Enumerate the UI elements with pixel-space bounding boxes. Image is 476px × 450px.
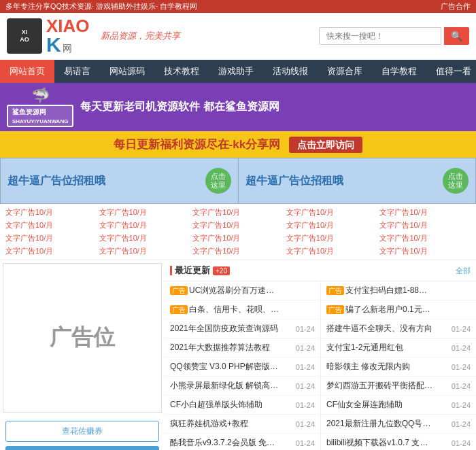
list-item-title[interactable]: CF仙女全屏连跑辅助 [326,399,403,411]
banner-shark[interactable]: 🦈 鲨鱼资源网SHAYUYIYUANWANG 每天更新老司机资源软件 都在鲨鱼资… [0,83,476,131]
list-item: CF小白超强单版头饰辅助01-24 [165,396,320,415]
list-item: 广告支付宝扫码白嫖1-88元红包 [320,281,476,300]
nav-item-worth-reading[interactable]: 值得一看 [426,60,476,83]
section-count: +20 [213,266,230,275]
text-ad-link[interactable]: 文字广告10/月 [379,220,471,231]
text-ad-link[interactable]: 文字广告10/月 [99,207,190,218]
list-item-title[interactable]: QQ领赞宝 V3.0 PHP解密版源码 [170,361,279,373]
nav-item-self-learning[interactable]: 自学教程 [372,60,426,83]
top-bar: 多年专注分享QQ技术资源· 游戏辅助外挂娱乐· 自学教程网 广告合作 [0,0,476,13]
text-ad-link[interactable]: 文字广告10/月 [286,232,377,244]
top-bar-right[interactable]: 广告合作 [441,1,471,12]
list-item-title[interactable]: 2021最新注册九位数QQ号教程 [326,418,435,430]
logo-icon: XIAO [7,18,42,54]
ad-position-label: 广告位 [50,323,115,353]
text-ad-link[interactable]: 文字广告10/月 [192,220,284,231]
top-bar-left: 多年专注分享QQ技术资源· 游戏辅助外挂娱乐· 自学教程网 [5,1,197,12]
list-item: 暗影领主 修改无限内购01-24 [320,358,476,377]
text-ad-link[interactable]: 文字广告10/月 [5,245,97,257]
list-item-title[interactable]: 2021年大数据推荐算法教程 [170,342,270,353]
text-ad-link[interactable]: 文字广告10/月 [286,220,377,231]
list-item-title[interactable]: CF小白超强单版头饰辅助 [170,399,262,411]
list-item-title[interactable]: 疯狂养娃机游戏+教程 [170,418,248,430]
list-item-title[interactable]: 酷我音乐v9.3.7.2会员版 免费下载音乐 [170,437,279,449]
list-item-title[interactable]: 暗影领主 修改无限内购 [326,361,410,373]
kk-banner-text: 每日更新福利资源尽在-kk分享网 [114,138,281,151]
text-ad-link[interactable]: 文字广告10/月 [192,245,284,257]
text-ad-link[interactable]: 文字广告10/月 [5,220,97,231]
list-container: 广告UC浏览器刷分百万速度上车广告支付宝扫码白嫖1-88元红包广告白条、信用卡、… [165,281,476,450]
text-ad-link[interactable]: 文字广告10/月 [99,245,190,257]
ad-banner-left[interactable]: 超牛逼广告位招租哦 点击这里 [0,158,238,204]
text-ad-link[interactable]: 文字广告10/月 [192,207,284,218]
logo-k: K [46,35,61,55]
join-qq-button[interactable]: 加入QQ群 [5,446,159,450]
ad-banner-right-text: 超牛逼广告位招租哦 [245,174,343,188]
text-ad-link[interactable]: 文字广告10/月 [99,232,190,244]
list-item: 小熊录屏最新绿化版 解锁高级会员01-24 [165,377,320,396]
ad-banners: 超牛逼广告位招租哦 点击这里 超牛逼广告位招租哦 点击这里 [0,158,476,204]
list-item-title[interactable]: 梦幻西游五开搬砖平衡搭配分享 [326,380,435,392]
shark-banner-text: 每天更新老司机资源软件 都在鲨鱼资源网 [80,100,279,114]
list-item-date: 01-24 [452,420,471,428]
logo-xiao: XIAO [46,17,90,35]
left-sidebar: 广告位 查花佐赚券 加入QQ群 [0,260,165,450]
section-title: 最近更新 +20 [170,264,230,277]
text-ad-link[interactable]: 文字广告10/月 [379,207,471,218]
main-content: 广告位 查花佐赚券 加入QQ群 最近更新 +20 全部 广告UC浏览器刷分百万速… [0,260,476,450]
section-all-link[interactable]: 全部 [456,266,471,276]
kk-visit-button[interactable]: 点击立即访问 [289,137,362,153]
list-item-date: 01-24 [296,382,315,390]
list-item: 广告白条、信用卡、花呗、分期乐套现 [165,300,320,319]
list-item-title[interactable]: 小熊录屏最新绿化版 解锁高级会员 [170,380,279,392]
text-ad-link[interactable]: 文字广告10/月 [5,232,97,244]
search-button[interactable]: 🔍 [444,27,469,45]
ad-banner-left-btn[interactable]: 点击这里 [205,168,231,194]
text-ad-link[interactable]: 文字广告10/月 [286,245,377,257]
list-item: 广告UC浏览器刷分百万速度上车 [165,281,320,300]
ad-label: 广告 [170,305,188,314]
text-ad-link[interactable]: 文字广告10/月 [379,232,471,244]
text-ad-link[interactable]: 文字广告10/月 [286,207,377,218]
nav-item-game-helper[interactable]: 游戏助手 [209,60,263,83]
list-item-date: 01-24 [452,363,471,371]
list-item-title[interactable]: 2021年全国防疫政策查询源码 [170,323,278,334]
list-item-date: 01-24 [296,344,315,352]
list-item-title[interactable]: 支付宝1-2元通用红包 [326,342,403,353]
list-item: 2021年大数据推荐算法教程01-24 [165,339,320,358]
list-item-date: 01-24 [296,401,315,409]
text-ad-link[interactable]: 文字广告10/月 [99,220,190,231]
header: XIAO XIAO K 网 新品资源，完美共享 🔍 [0,13,476,60]
text-ad-link[interactable]: 文字广告10/月 [192,232,284,244]
list-item: 2021年全国防疫政策查询源码01-24 [165,319,320,339]
shark-logo: 鲨鱼资源网SHAYUYIYUANWANG [7,105,73,127]
list-item: 支付宝1-2元通用红包01-24 [320,339,476,358]
nav-item-resource[interactable]: 资源合库 [318,60,372,83]
list-item-title[interactable]: 广告UC浏览器刷分百万速度上车 [170,285,279,296]
search-input[interactable] [319,27,441,45]
list-item-title[interactable]: 广告骗了么新老用户0.1元吃大餐 [326,304,435,315]
ad-position: 广告位 [3,263,162,413]
list-item-title[interactable]: 广告白条、信用卡、花呗、分期乐套现 [170,304,279,315]
right-content: 最近更新 +20 全部 广告UC浏览器刷分百万速度上车广告支付宝扫码白嫖1-88… [165,260,476,450]
list-item-title[interactable]: 广告支付宝扫码白嫖1-88元红包 [326,285,435,296]
nav-item-tech-tutorial[interactable]: 技术教程 [154,60,209,83]
ad-banner-right[interactable]: 超牛逼广告位招租哦 点击这里 [238,158,477,204]
text-ad-link[interactable]: 文字广告10/月 [5,207,97,218]
nav-item-website-source[interactable]: 网站源码 [100,60,154,83]
list-item: QQ领赞宝 V3.0 PHP解密版源码01-24 [165,358,320,377]
nav-item-home[interactable]: 网站首页 [0,60,54,83]
nav-item-activity[interactable]: 活动线报 [263,60,318,83]
check-coupon-button[interactable]: 查花佐赚券 [5,421,159,442]
list-item-title[interactable]: 搭建牛逼不全聊天、没有方向 [326,323,432,334]
text-ad-link[interactable]: 文字广告10/月 [379,245,471,257]
banner-kk[interactable]: 每日更新福利资源尽在-kk分享网 点击立即访问 [0,131,476,158]
list-item-date: 01-24 [296,325,315,333]
list-item: bilibili视频下载器v1.0.7 支持4K超清01-24 [320,434,476,450]
list-item-date: 01-24 [452,439,471,447]
nav-item-yiyuyan[interactable]: 易语言 [54,60,100,83]
ad-banner-right-btn[interactable]: 点击这里 [443,168,469,194]
list-item-title[interactable]: bilibili视频下载器v1.0.7 支持4K超清 [326,437,435,449]
list-item: 酷我音乐v9.3.7.2会员版 免费下载音乐01-24 [165,434,320,450]
list-item: 广告骗了么新老用户0.1元吃大餐 [320,300,476,319]
